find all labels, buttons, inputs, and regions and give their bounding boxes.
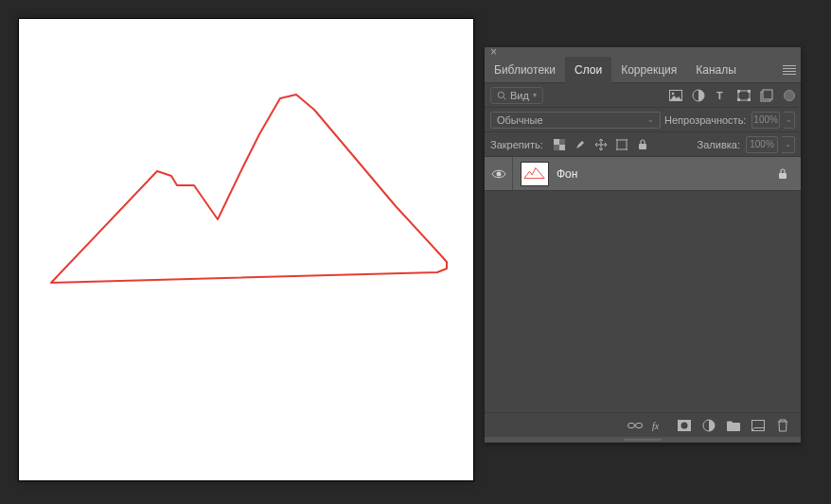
layer-filter-select[interactable]: Вид ▾ [490,87,543,104]
filter-pixel-icon[interactable] [666,86,685,105]
filter-shape-icon[interactable] [734,86,753,105]
svg-line-1 [504,96,506,99]
panel-topbar: × [485,47,801,57]
layer-visibility-toggle[interactable] [485,157,513,190]
svg-rect-22 [636,423,643,427]
lock-artboard-icon[interactable] [613,136,630,153]
blend-opacity-row: Обычные ⌄ Непрозрачность: 100% ⌄ [485,108,801,132]
svg-text:T: T [716,90,723,101]
layer-thumbnail[interactable] [521,162,549,186]
opacity-input[interactable]: 100% [751,112,779,129]
chevron-down-icon: ⌄ [647,115,654,124]
mountain-path [51,95,447,283]
lock-all-icon[interactable] [634,136,651,153]
svg-point-19 [496,171,501,176]
svg-rect-17 [617,140,627,149]
svg-rect-15 [559,139,565,145]
svg-rect-20 [779,173,787,179]
new-adjustment-icon[interactable] [700,417,717,434]
layer-filter-row: Вид ▾ T [485,83,801,108]
panel-resize-grip[interactable] [485,437,801,443]
lock-label: Закрепить: [490,139,543,150]
svg-rect-14 [559,145,565,150]
layer-name-label[interactable]: Фон [557,167,577,181]
new-layer-icon[interactable] [750,417,767,434]
panel-close-icon[interactable]: × [490,45,497,59]
tab-adjustments[interactable]: Коррекция [611,57,686,83]
new-group-icon[interactable] [725,417,742,434]
search-icon [497,91,506,100]
panel-tabs: Библиотеки Слои Коррекция Каналы [485,57,801,83]
fill-label: Заливка: [698,139,740,150]
lock-brush-icon[interactable] [572,136,589,153]
blend-mode-select[interactable]: Обычные ⌄ [490,112,661,129]
opacity-chevron-icon[interactable]: ⌄ [784,112,795,129]
fill-chevron-icon[interactable]: ⌄ [782,136,795,153]
svg-rect-13 [554,139,559,145]
svg-rect-7 [737,90,740,93]
canvas-drawing [19,19,473,480]
layer-row[interactable]: Фон [485,157,801,191]
fill-input[interactable]: 100% [746,136,778,153]
canvas-document[interactable] [19,19,473,480]
svg-rect-16 [554,145,559,150]
chevron-down-icon: ▾ [533,91,537,99]
svg-rect-9 [737,98,740,101]
layers-list: Фон [485,157,801,412]
filter-label: Вид [510,90,529,101]
lock-transparency-icon[interactable] [551,136,568,153]
panel-menu-icon[interactable] [778,57,801,83]
link-layers-icon[interactable] [627,417,644,434]
tab-channels[interactable]: Каналы [686,57,746,83]
lock-fill-row: Закрепить: Заливка: 100% ⌄ [485,132,801,157]
tab-libraries[interactable]: Библиотеки [485,57,565,83]
eye-icon [491,168,506,180]
opacity-label: Непрозрачность: [664,114,746,126]
filter-toggle-switch[interactable] [784,90,795,101]
lock-position-icon[interactable] [592,136,610,153]
filter-type-icon[interactable]: T [712,86,731,105]
svg-rect-12 [763,90,772,99]
svg-text:fx: fx [652,421,660,431]
filter-adjustment-icon[interactable] [689,86,708,105]
svg-point-3 [672,92,675,95]
layer-fx-icon[interactable]: fx [651,417,668,434]
svg-rect-21 [628,423,635,427]
tab-layers[interactable]: Слои [565,57,611,83]
svg-rect-10 [748,98,751,101]
layer-lock-icon[interactable] [778,168,787,180]
filter-smartobject-icon[interactable] [757,86,776,105]
svg-rect-8 [748,90,751,93]
panel-footer: fx [485,412,801,437]
svg-point-25 [681,422,688,428]
layers-panel: × Библиотеки Слои Коррекция Каналы Вид ▾ [485,47,801,443]
delete-layer-icon[interactable] [774,417,791,434]
svg-point-0 [498,92,504,97]
svg-rect-18 [639,144,646,149]
blend-mode-value: Обычные [497,114,543,126]
add-mask-icon[interactable] [676,417,693,434]
